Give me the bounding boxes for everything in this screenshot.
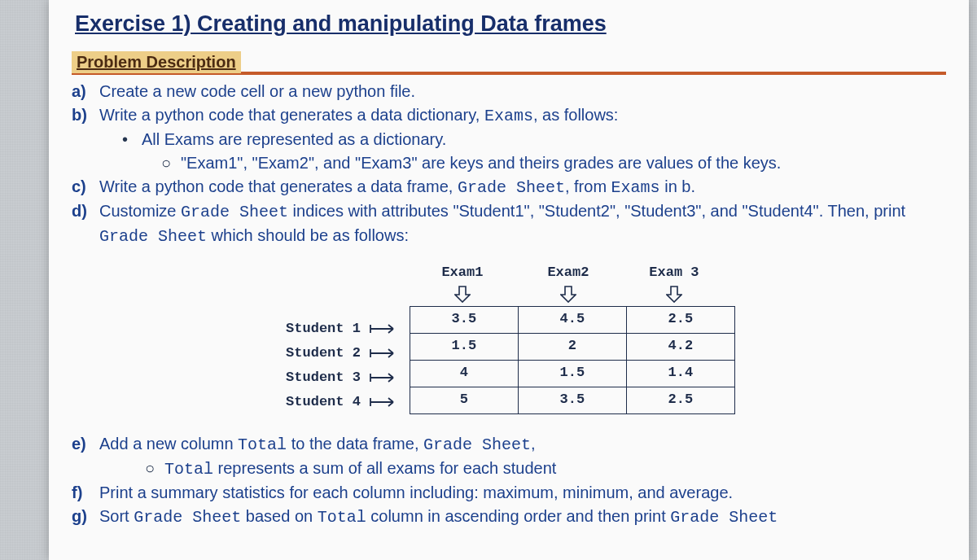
row-labels: Student 1 Student 2 Student 3 Student 4 [283,317,403,414]
marker-d: d) [72,199,99,248]
marker-g: g) [72,505,99,529]
c-mid: , from [565,177,611,195]
table-row: 5 3.5 2.5 [410,387,734,413]
g-mid: based on [241,507,317,525]
c-post: in b. [660,177,695,195]
cell: 2.5 [626,387,734,413]
section-heading-row: Problem Description [72,51,946,75]
item-g: g) Sort Grade Sheet based on Total colum… [72,505,946,529]
b-sub1-text: All Exams are represented as a dictionar… [142,128,446,151]
bullet-icon: • [122,128,142,151]
cell: 4.5 [518,306,626,333]
row-label-3: Student 4 [283,390,364,414]
b-pre: Write a python code that generates a dat… [99,106,484,124]
marker-f: f) [72,481,99,505]
marker-e: e) [72,432,99,457]
cell: 3.5 [410,306,518,333]
problem-list: a) Create a new code cell or a new pytho… [72,80,946,529]
e-code: Total [238,435,287,454]
b-code: Exams [484,107,533,125]
cell: 1.5 [518,360,626,387]
cell: 2.5 [626,306,734,333]
col-header-0: Exam1 [441,265,483,280]
g-post: column in ascending order and then print [366,507,671,525]
g-pre: Sort [99,507,134,525]
marker-c: c) [72,175,99,199]
row-label-0: Student 1 [283,317,364,341]
text-b: Write a python code that generates a dat… [99,103,946,128]
g-code3: Grade Sheet [670,508,778,527]
row-label-2: Student 3 [283,365,364,390]
e-pre: Add a new column [99,435,238,453]
cell: 5 [410,387,518,413]
table-row: 1.5 2 4.2 [410,333,734,360]
arrow-down-icon [560,285,576,303]
item-d: d) Customize Grade Sheet indices with at… [72,199,946,248]
item-f: f) Print a summary statistics for each c… [72,481,946,505]
col-header-2: Exam 3 [649,265,699,280]
d-code2: Grade Sheet [99,227,207,246]
arrow-down-icon [454,285,471,303]
item-b-sub1: • All Exams are represented as a diction… [72,128,946,151]
cell: 1.5 [410,333,518,360]
cell: 4.2 [626,333,734,360]
circle-bullet-icon: ○ [145,457,164,481]
marker-a: a) [72,80,99,103]
document-page: Exercise 1) Creating and manipulating Da… [49,0,969,560]
col-header-1: Exam2 [547,265,589,280]
item-a: a) Create a new code cell or a new pytho… [72,80,946,103]
c-pre: Write a python code that generates a dat… [99,177,458,195]
c-code: Grade Sheet [458,178,565,197]
item-e-sub: ○ Total represents a sum of all exams fo… [72,457,946,481]
text-e: Add a new column Total to the data frame… [99,432,946,457]
e-code2: Grade Sheet [423,435,531,454]
arrow-right-icon [369,346,403,361]
circle-bullet-icon: ○ [161,151,181,175]
d-post: which should be as follows: [207,226,409,244]
section-heading: Problem Description [72,51,241,73]
d-mid: indices with attributes "Student1", "Stu… [288,202,905,220]
text-g: Sort Grade Sheet based on Total column i… [99,505,946,529]
col-headers: Exam1 Exam2 Exam 3 [410,263,735,306]
text-d: Customize Grade Sheet indices with attri… [99,199,946,248]
cell: 2 [518,333,626,360]
cell: 3.5 [518,387,626,413]
exercise-title: Exercise 1) Creating and manipulating Da… [75,11,946,37]
row-label-1: Student 2 [283,341,364,365]
marker-b: b) [72,103,99,128]
g-code: Grade Sheet [134,508,241,527]
item-b: b) Write a python code that generates a … [72,103,946,128]
text-a: Create a new code cell or a new python f… [99,80,946,103]
c-code2: Exams [611,178,660,197]
d-code: Grade Sheet [181,203,288,221]
cell: 1.4 [626,360,734,387]
e-sub-text: Total represents a sum of all exams for … [164,457,556,481]
d-pre: Customize [99,202,181,220]
e-sub-rest: represents a sum of all exams for each s… [213,459,556,477]
e-post: , [531,435,536,453]
item-b-sub2: ○ "Exam1", "Exam2", and "Exam3" are keys… [72,151,946,175]
arrow-down-icon [666,285,682,303]
grade-sheet-figure: Student 1 Student 2 Student 3 Student 4 … [72,263,946,414]
cell: 4 [410,360,518,387]
table-row: 3.5 4.5 2.5 [410,306,734,333]
b-sub2-text: "Exam1", "Exam2", and "Exam3" are keys a… [181,151,781,175]
e-mid: to the data frame, [287,435,423,453]
grade-table: 3.5 4.5 2.5 1.5 2 4.2 4 1.5 1.4 [410,306,735,414]
arrow-right-icon [369,370,403,385]
arrow-right-icon [369,322,403,336]
text-c: Write a python code that generates a dat… [99,175,946,199]
item-e: e) Add a new column Total to the data fr… [72,432,946,457]
e-sub-code: Total [164,460,213,479]
b-post: , as follows: [533,106,618,124]
table-row: 4 1.5 1.4 [410,360,734,387]
arrow-right-icon [369,395,403,409]
g-code2: Total [318,508,366,527]
text-f: Print a summary statistics for each colu… [99,481,946,505]
item-c: c) Write a python code that generates a … [72,175,946,199]
